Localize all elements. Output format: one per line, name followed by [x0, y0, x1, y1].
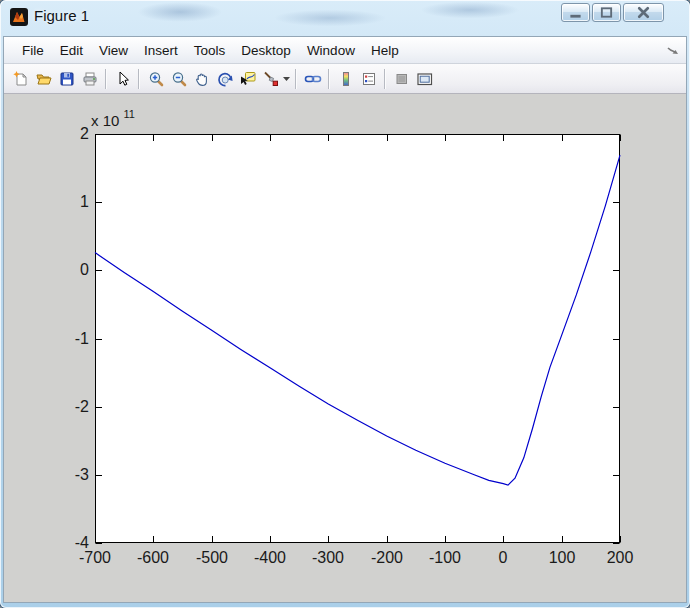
- y-tick-label: 1: [80, 193, 89, 210]
- new-figure-icon: [13, 71, 29, 87]
- close-icon: [624, 3, 663, 22]
- link-plot-button[interactable]: [301, 67, 324, 91]
- insert-legend-button[interactable]: [357, 67, 380, 91]
- minimize-button[interactable]: [561, 3, 590, 22]
- y-tick-label: -1: [75, 330, 89, 347]
- pan-button[interactable]: [190, 67, 213, 91]
- window-title: Figure 1: [34, 7, 89, 24]
- menu-desktop[interactable]: Desktop: [233, 39, 299, 62]
- link-plot-icon: [304, 71, 322, 87]
- y-tick-label: -4: [75, 534, 89, 551]
- maximize-icon: [593, 3, 620, 22]
- show-plot-tools-icon: [416, 71, 434, 87]
- hide-plot-tools-button[interactable]: [390, 67, 413, 91]
- zoom-in-button[interactable]: [144, 67, 167, 91]
- menu-view[interactable]: View: [91, 39, 136, 62]
- matlab-logo-icon: [10, 8, 28, 26]
- brush-data-button[interactable]: [259, 67, 282, 91]
- toolbar-separator: [105, 69, 107, 89]
- insert-colorbar-icon: [338, 71, 354, 87]
- figure-toolbar: [4, 64, 686, 94]
- menu-window[interactable]: Window: [299, 39, 363, 62]
- close-button[interactable]: [623, 3, 664, 22]
- x-tick-label: -600: [137, 549, 169, 566]
- y-tick-label: -2: [75, 398, 89, 415]
- insert-colorbar-button[interactable]: [334, 67, 357, 91]
- figure-canvas: -700-600-500-400-300-200-1000100200-4-3-…: [4, 94, 686, 601]
- y-tick-label: 0: [80, 261, 89, 278]
- x-tick-label: 200: [607, 549, 634, 566]
- new-figure-button[interactable]: [9, 67, 32, 91]
- x-tick-label: -300: [312, 549, 344, 566]
- print-figure-button[interactable]: [78, 67, 101, 91]
- x-tick-label: 100: [549, 549, 576, 566]
- x-tick-label: -500: [196, 549, 228, 566]
- hide-plot-tools-icon: [394, 71, 410, 87]
- menu-overflow-arrow-icon[interactable]: [666, 44, 680, 56]
- y-tick-label: 2: [80, 125, 89, 142]
- print-figure-icon: [82, 71, 98, 87]
- zoom-out-icon: [171, 71, 187, 87]
- x-tick-label: -200: [371, 549, 403, 566]
- window-controls: [561, 3, 664, 22]
- open-file-icon: [36, 71, 52, 87]
- zoom-out-button[interactable]: [167, 67, 190, 91]
- plot-background: [95, 134, 620, 543]
- data-cursor-icon: [240, 71, 256, 87]
- menu-file[interactable]: File: [14, 39, 52, 62]
- x-tick-label: -100: [429, 549, 461, 566]
- menu-help[interactable]: Help: [363, 39, 407, 62]
- edit-plot-arrow-icon: [115, 71, 131, 87]
- plot-axes[interactable]: -700-600-500-400-300-200-1000100200-4-3-…: [4, 94, 686, 601]
- maximize-button[interactable]: [592, 3, 621, 22]
- y-axis-exponent-label: x 10 11: [91, 108, 135, 129]
- pan-hand-icon: [194, 71, 210, 87]
- zoom-in-icon: [148, 71, 164, 87]
- edit-plot-button[interactable]: [111, 67, 134, 91]
- insert-legend-icon: [361, 71, 377, 87]
- save-figure-icon: [59, 71, 75, 87]
- brush-dropdown-caret-icon[interactable]: [282, 67, 291, 91]
- menu-tools[interactable]: Tools: [186, 39, 234, 62]
- toolbar-separator: [138, 69, 140, 89]
- data-cursor-button[interactable]: [236, 67, 259, 91]
- title-bar[interactable]: Figure 1: [0, 0, 690, 37]
- menu-insert[interactable]: Insert: [136, 39, 186, 62]
- show-plot-tools-button[interactable]: [413, 67, 436, 91]
- x-tick-label: -400: [254, 549, 286, 566]
- menu-bar: File Edit View Insert Tools Desktop Wind…: [4, 37, 686, 64]
- toolbar-separator: [328, 69, 330, 89]
- toolbar-separator: [384, 69, 386, 89]
- open-file-button[interactable]: [32, 67, 55, 91]
- figure-window: Figure 1 File Edit Vie: [0, 0, 690, 608]
- figure-client-area: File Edit View Insert Tools Desktop Wind…: [4, 37, 686, 602]
- rotate-3d-button[interactable]: [213, 67, 236, 91]
- y-tick-label: -3: [75, 466, 89, 483]
- brush-data-icon: [263, 71, 279, 87]
- rotate-3d-icon: [217, 71, 233, 87]
- menu-edit[interactable]: Edit: [52, 39, 91, 62]
- x-tick-label: -700: [79, 549, 111, 566]
- toolbar-separator: [295, 69, 297, 89]
- save-figure-button[interactable]: [55, 67, 78, 91]
- x-tick-label: 0: [499, 549, 508, 566]
- minimize-icon: [562, 3, 589, 22]
